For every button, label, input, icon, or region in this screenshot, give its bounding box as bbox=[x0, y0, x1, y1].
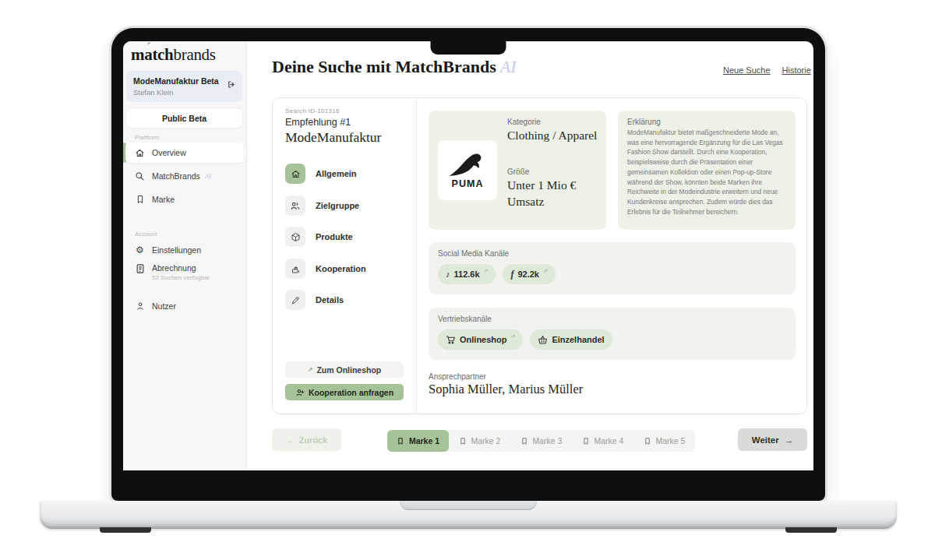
arrow-left-icon: ← bbox=[286, 435, 295, 445]
app-window: ´matchbrands ModeManufaktur Beta Stefan … bbox=[123, 41, 813, 470]
external-link-icon: ↗ bbox=[543, 268, 548, 274]
external-link-icon: ↗ bbox=[308, 367, 313, 373]
onlineshop-pill[interactable]: Onlineshop ↗ bbox=[438, 329, 523, 350]
sidebar-item-abrechnung[interactable]: Abrechnung 52 Suchen verfügbar bbox=[125, 262, 244, 282]
page-title-text: Deine Suche mit MatchBrands bbox=[272, 57, 496, 76]
sidebar-item-einstellungen[interactable]: ⚙ Einstellungen bbox=[125, 240, 244, 260]
tab-zielgruppe[interactable]: Zielgruppe bbox=[285, 195, 404, 216]
external-link-icon: ↗ bbox=[484, 268, 489, 274]
vertriebskanaele-panel: Vertriebskanäle Onlineshop ↗ bbox=[429, 308, 796, 360]
sidebar-item-label: Overview bbox=[152, 148, 186, 157]
tab-label: Marke 5 bbox=[656, 436, 686, 446]
arrow-right-icon: → bbox=[785, 435, 794, 445]
tiktok-icon: ♪ bbox=[446, 270, 450, 279]
zurueck-button[interactable]: ← Zurück bbox=[272, 428, 341, 451]
cart-icon bbox=[446, 335, 456, 345]
tab-marke-4[interactable]: Marke 4 bbox=[572, 430, 633, 452]
bookmark-icon bbox=[397, 437, 404, 446]
header-links: Neue Suche Historie bbox=[723, 65, 811, 75]
app-logo: ´matchbrands bbox=[131, 45, 216, 65]
laptop-screen-bezel: ´matchbrands ModeManufaktur Beta Stefan … bbox=[111, 28, 825, 501]
page-title: Deine Suche mit MatchBrandsAI bbox=[272, 57, 517, 77]
bookmark-icon bbox=[459, 437, 467, 446]
recommendation-card: Search ID-101316 Empfehlung #1 ModeManuf… bbox=[272, 97, 807, 414]
tab-label: Marke 4 bbox=[595, 436, 624, 446]
ansprechpartner-label: Ansprechpartner bbox=[429, 372, 486, 381]
tab-marke-2[interactable]: Marke 2 bbox=[449, 430, 510, 452]
bookmark-icon bbox=[135, 195, 145, 204]
laptop-lid-groove bbox=[400, 501, 537, 510]
card-divider bbox=[416, 98, 417, 414]
laptop-foot bbox=[785, 527, 837, 533]
sidebar-item-overview[interactable]: Overview bbox=[125, 143, 244, 163]
erklaerung-panel: Erklärung ModeManufaktur bietet maßgesch… bbox=[618, 111, 796, 230]
laptop-base bbox=[40, 501, 897, 529]
kooperation-anfragen-button[interactable]: Kooperation anfragen bbox=[285, 384, 404, 400]
button-label: Zurück bbox=[299, 435, 328, 445]
user-plus-icon bbox=[295, 388, 305, 397]
social-media-label: Social Media Kanäle bbox=[438, 249, 509, 258]
workspace-user: Stefan Klein bbox=[133, 88, 173, 97]
laptop-foot bbox=[100, 527, 151, 533]
logo-text-rest: brands bbox=[174, 45, 216, 64]
bookmark-icon bbox=[582, 437, 590, 446]
puma-logo: PUMA bbox=[438, 141, 497, 200]
tab-label: Produkte bbox=[316, 232, 353, 241]
kategorie-value: Clothing / Apparel bbox=[507, 127, 599, 143]
workspace-name: ModeManufaktur Beta bbox=[133, 76, 219, 86]
tab-label: Marke 2 bbox=[471, 436, 501, 446]
tab-marke-3[interactable]: Marke 3 bbox=[510, 430, 572, 452]
facebook-stat-pill[interactable]: f 92.2k ↗ bbox=[503, 264, 555, 284]
tab-label: Allgemein bbox=[316, 169, 357, 178]
tab-label: Details bbox=[316, 295, 344, 305]
workspace-card[interactable]: ModeManufaktur Beta Stefan Klein bbox=[126, 71, 242, 102]
marke-tab-bar: Marke 1 Marke 2 Marke 3 bbox=[387, 430, 695, 452]
gear-icon: ⚙ bbox=[135, 245, 145, 255]
sidebar-item-label: Nutzer bbox=[152, 301, 176, 311]
tab-label: Marke 1 bbox=[409, 436, 439, 446]
sidebar-item-matchbrands-ai[interactable]: MatchBrands AI bbox=[125, 166, 244, 186]
sidebar-item-marke[interactable]: Marke bbox=[125, 189, 244, 210]
kategorie-label: Kategorie bbox=[507, 118, 541, 126]
user-icon bbox=[135, 301, 145, 311]
sidebar-item-label: Marke bbox=[152, 195, 175, 204]
ansprechpartner-value: Sophia Müller, Marius Müller bbox=[429, 382, 583, 397]
erklaerung-label: Erklärung bbox=[627, 118, 661, 126]
tiktok-stat-pill[interactable]: ♪ 112.6k ↗ bbox=[438, 264, 496, 284]
sidebar-item-nutzer[interactable]: Nutzer bbox=[125, 296, 244, 316]
basket-icon bbox=[538, 335, 548, 345]
historie-link[interactable]: Historie bbox=[782, 65, 811, 75]
tab-produkte[interactable]: Produkte bbox=[285, 227, 404, 247]
sidebar-item-label: Abrechnung bbox=[152, 263, 210, 273]
logo-accent-mark: ´ bbox=[146, 41, 150, 55]
social-media-panel: Social Media Kanäle ♪ 112.6k ↗ f 92.2k ↗ bbox=[429, 242, 796, 294]
searches-remaining: 52 Suchen verfügbar bbox=[152, 274, 210, 281]
brand-name: ModeManufaktur bbox=[285, 129, 381, 146]
bookmark-icon bbox=[520, 437, 528, 446]
logout-icon[interactable] bbox=[227, 78, 235, 92]
sidebar-item-label: Einstellungen bbox=[152, 245, 201, 255]
tab-details[interactable]: Details bbox=[285, 290, 404, 310]
home-icon bbox=[285, 164, 305, 184]
tab-marke-5[interactable]: Marke 5 bbox=[633, 430, 695, 452]
weiter-button[interactable]: Weiter → bbox=[738, 428, 807, 451]
pencil-icon bbox=[285, 290, 305, 310]
einzelhandel-pill: Einzelhandel bbox=[530, 329, 612, 350]
vertriebskanaele-label: Vertriebskanäle bbox=[438, 315, 492, 323]
tab-label: Kooperation bbox=[316, 264, 366, 273]
tab-allgemein[interactable]: Allgemein bbox=[285, 164, 404, 184]
zum-onlineshop-button[interactable]: ↗ Zum Onlineshop bbox=[285, 361, 404, 378]
sidebar: ´matchbrands ModeManufaktur Beta Stefan … bbox=[123, 41, 247, 470]
tab-kooperation[interactable]: Kooperation bbox=[285, 259, 404, 279]
package-icon bbox=[285, 227, 305, 247]
tab-label: Zielgruppe bbox=[316, 201, 359, 210]
button-label: Kooperation anfragen bbox=[309, 388, 393, 397]
search-icon bbox=[135, 171, 145, 181]
partnership-icon bbox=[285, 259, 305, 279]
facebook-icon: f bbox=[510, 269, 513, 279]
tab-marke-1[interactable]: Marke 1 bbox=[387, 430, 449, 452]
groesse-value: Unter 1 Mio € Umsatz bbox=[507, 177, 601, 210]
neue-suche-link[interactable]: Neue Suche bbox=[723, 65, 771, 75]
camera-notch bbox=[431, 41, 506, 55]
public-beta-button[interactable]: Public Beta bbox=[126, 108, 242, 128]
